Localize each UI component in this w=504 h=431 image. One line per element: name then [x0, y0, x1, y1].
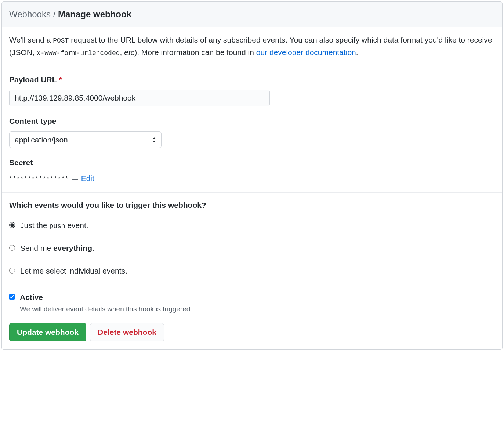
event-radio-individual[interactable] [9, 268, 15, 274]
content-type-label: Content type [9, 115, 495, 127]
payload-url-group: Payload URL * [9, 74, 495, 107]
event-option-everything[interactable]: Send me everything. [9, 242, 495, 254]
payload-url-input[interactable] [9, 90, 270, 106]
event-option-individual[interactable]: Let me select individual events. [9, 265, 495, 277]
encoding-code: x-www-form-urlencoded [37, 50, 120, 57]
intro-section: We'll send a POST request to the URL bel… [2, 27, 502, 67]
content-type-select[interactable]: application/json [9, 131, 162, 148]
breadcrumb-current: Manage webhook [58, 9, 131, 19]
events-section: Which events would you like to trigger t… [2, 193, 502, 285]
event-label-push[interactable]: Just the push event. [20, 220, 88, 231]
event-option-push[interactable]: Just the push event. [9, 220, 495, 231]
update-webhook-button[interactable]: Update webhook [9, 323, 86, 341]
panel-header: Webhooks / Manage webhook [2, 2, 502, 27]
breadcrumb: Webhooks / Manage webhook [9, 8, 495, 21]
content-type-select-wrapper: application/json [9, 131, 162, 148]
payload-url-label: Payload URL * [9, 74, 495, 86]
actions-section: Active We will deliver event details whe… [2, 285, 502, 349]
secret-edit-link[interactable]: Edit [81, 174, 94, 182]
secret-group: Secret **************** — Edit [9, 157, 495, 184]
active-checkbox[interactable] [9, 294, 15, 300]
event-radio-everything[interactable] [9, 245, 15, 251]
intro-text: We'll send a POST request to the URL bel… [9, 34, 495, 59]
webhook-settings-panel: Webhooks / Manage webhook We'll send a P… [1, 1, 503, 350]
post-code: POST [53, 37, 69, 44]
docs-link[interactable]: our developer documentation [256, 48, 356, 57]
active-row: Active We will deliver event details whe… [9, 291, 495, 314]
content-type-group: Content type application/json [9, 115, 495, 148]
secret-row: **************** — Edit [9, 173, 495, 184]
delete-webhook-button[interactable]: Delete webhook [90, 323, 164, 341]
secret-label: Secret [9, 157, 495, 169]
required-mark: * [59, 75, 62, 84]
event-radio-push[interactable] [9, 222, 15, 228]
event-label-everything[interactable]: Send me everything. [20, 242, 94, 254]
events-heading: Which events would you like to trigger t… [9, 199, 495, 211]
active-content: Active We will deliver event details whe… [20, 291, 192, 314]
active-label[interactable]: Active [20, 291, 192, 303]
config-section: Payload URL * Content type application/j… [2, 67, 502, 193]
breadcrumb-parent[interactable]: Webhooks [9, 9, 51, 19]
breadcrumb-separator: / [51, 9, 58, 19]
event-label-individual[interactable]: Let me select individual events. [20, 265, 127, 277]
secret-masked: **************** [9, 174, 69, 182]
button-row: Update webhook Delete webhook [9, 323, 495, 341]
active-description: We will deliver event details when this … [20, 304, 192, 315]
